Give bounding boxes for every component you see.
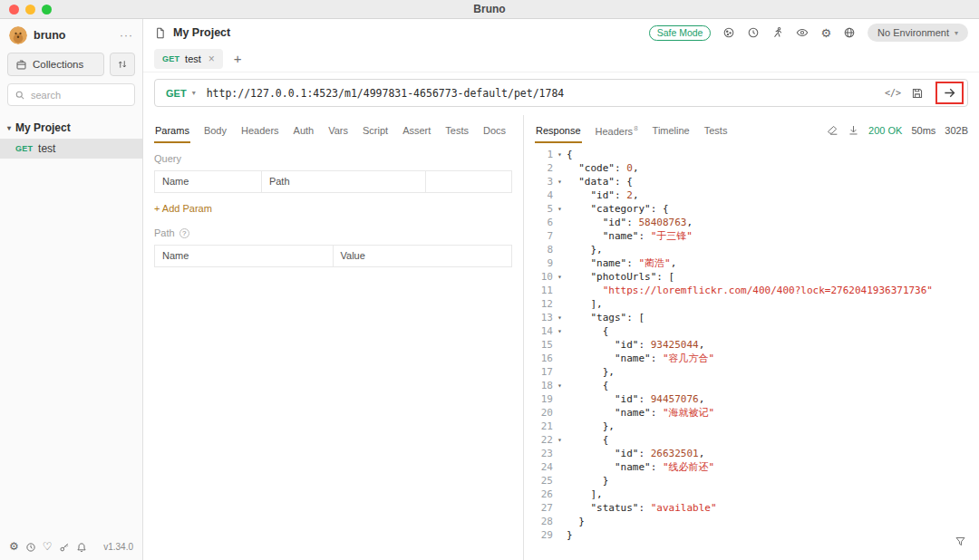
chevron-down-icon: ▾ [192, 89, 196, 97]
fold-toggle-icon[interactable]: ▾ [553, 202, 567, 216]
workspace-name[interactable]: bruno [34, 29, 113, 42]
response-tab-headers[interactable]: Headers8 [595, 116, 639, 144]
code-text: "tags": [ [567, 311, 645, 324]
request-tab-params[interactable]: Params [154, 117, 190, 143]
fold-toggle-icon[interactable]: ▾ [553, 148, 567, 161]
line-number: 22 [529, 433, 553, 447]
tab-name-label: test [185, 53, 201, 64]
request-tab-headers[interactable]: Headers [240, 117, 280, 143]
fold-spacer [553, 284, 567, 297]
sidebar-collection-my-project[interactable]: ▾ My Project [0, 115, 142, 139]
request-tab-tests[interactable]: Tests [444, 117, 470, 143]
request-tab-test[interactable]: GET test × [154, 49, 223, 69]
workspace-menu-button[interactable]: ··· [120, 29, 133, 42]
environment-selector[interactable]: No Environment ▾ [868, 24, 968, 42]
request-tab-body[interactable]: Body [203, 117, 228, 143]
request-tab-auth[interactable]: Auth [293, 117, 315, 143]
minimize-window-button[interactable] [25, 5, 35, 14]
sort-collections-button[interactable] [110, 53, 135, 76]
line-number: 18 [529, 379, 553, 392]
save-request-icon[interactable] [911, 87, 924, 100]
fold-spacer [553, 243, 567, 256]
sort-arrows-icon [117, 59, 128, 70]
table-header-cell: Name [155, 246, 334, 266]
request-tabs: ParamsBodyHeadersAuthVarsScriptAssertTes… [154, 115, 512, 145]
fold-spacer [553, 447, 567, 460]
environment-label: No Environment [877, 27, 949, 38]
filter-response-icon[interactable] [955, 536, 966, 547]
request-pane: ParamsBodyHeadersAuthVarsScriptAssertTes… [143, 115, 523, 560]
clock-icon[interactable] [747, 26, 760, 39]
response-tab-timeline[interactable]: Timeline [652, 117, 691, 143]
search-input[interactable] [31, 90, 128, 101]
sidebar-bottom-bar: ⚙ ♡ v1.34.0 [0, 534, 142, 560]
code-text: }, [567, 420, 615, 433]
request-tab-vars[interactable]: Vars [327, 117, 349, 143]
code-line: 14▾ { [529, 324, 979, 338]
request-method-label: GET [15, 144, 33, 153]
code-line: 10▾ "photoUrls": [ [529, 270, 979, 284]
collections-toggle[interactable]: Collections [7, 53, 104, 76]
line-number: 23 [529, 447, 553, 460]
path-label-text: Path [154, 227, 175, 238]
response-tab-response[interactable]: Response [535, 117, 582, 143]
gear-icon[interactable]: ⚙ [820, 26, 831, 40]
fold-spacer [553, 501, 567, 515]
fold-toggle-icon[interactable]: ▾ [553, 311, 567, 324]
code-text: "name": "于三锋" [567, 229, 693, 243]
titlebar: Bruno [0, 0, 979, 19]
chevron-down-icon: ▾ [955, 29, 958, 37]
tab-method-label: GET [162, 54, 179, 63]
response-tabs: ResponseHeaders8TimelineTests [535, 116, 728, 144]
globe-icon[interactable] [843, 26, 856, 39]
runner-icon[interactable] [771, 26, 784, 39]
line-number: 16 [529, 352, 553, 365]
history-clock-icon[interactable] [25, 542, 36, 553]
close-tab-icon[interactable]: × [208, 53, 215, 65]
generate-code-button[interactable]: </> [885, 88, 901, 98]
key-icon[interactable] [59, 542, 70, 553]
code-text: }, [567, 243, 603, 256]
code-line: 28 } [529, 515, 979, 528]
clear-response-icon[interactable] [827, 124, 838, 136]
request-tab-assert[interactable]: Assert [402, 117, 431, 143]
response-tab-tests[interactable]: Tests [703, 117, 729, 143]
fold-toggle-icon[interactable]: ▾ [553, 324, 567, 338]
sidebar-request-item[interactable]: GETtest [0, 139, 142, 159]
download-response-icon[interactable] [848, 124, 859, 136]
zoom-window-button[interactable] [42, 5, 52, 14]
settings-gear-icon[interactable]: ⚙ [9, 541, 19, 553]
code-line: 15 "id": 93425044, [529, 338, 979, 352]
fold-spacer [553, 161, 567, 175]
response-body: 1▾{2 "code": 0,3▾ "data": {4 "id": 2,5▾ … [524, 145, 979, 560]
cookie-icon[interactable] [722, 26, 735, 39]
fold-toggle-icon[interactable]: ▾ [553, 379, 567, 392]
request-tab-script[interactable]: Script [362, 117, 389, 143]
line-number: 27 [529, 501, 553, 515]
line-number: 1 [529, 148, 553, 161]
url-input[interactable] [207, 87, 877, 100]
request-tab-docs[interactable]: Docs [482, 117, 507, 143]
line-number: 24 [529, 460, 553, 474]
fold-spacer [553, 256, 567, 270]
annotation-highlight [935, 82, 964, 104]
query-section-label: Query [154, 153, 512, 164]
code-line: 24 "name": "线必前还" [529, 460, 979, 474]
path-section-label: Path ? [154, 227, 512, 238]
method-dropdown[interactable]: GET ▾ [155, 88, 207, 99]
new-tab-button[interactable]: + [234, 53, 242, 65]
heart-icon[interactable]: ♡ [43, 541, 53, 553]
send-request-button[interactable] [943, 86, 956, 100]
response-size: 302B [945, 125, 968, 136]
close-window-button[interactable] [9, 5, 19, 14]
bell-icon[interactable] [76, 542, 87, 553]
fold-toggle-icon[interactable]: ▾ [553, 175, 567, 188]
eye-icon[interactable] [796, 26, 809, 39]
fold-toggle-icon[interactable]: ▾ [553, 433, 567, 447]
fold-toggle-icon[interactable]: ▾ [553, 270, 567, 284]
code-line: 20 "name": "海就被记" [529, 406, 979, 420]
code-line: 12 ], [529, 297, 979, 311]
add-param-button[interactable]: + Add Param [154, 203, 212, 214]
line-number: 20 [529, 406, 553, 420]
safe-mode-badge[interactable]: Safe Mode [649, 25, 712, 41]
